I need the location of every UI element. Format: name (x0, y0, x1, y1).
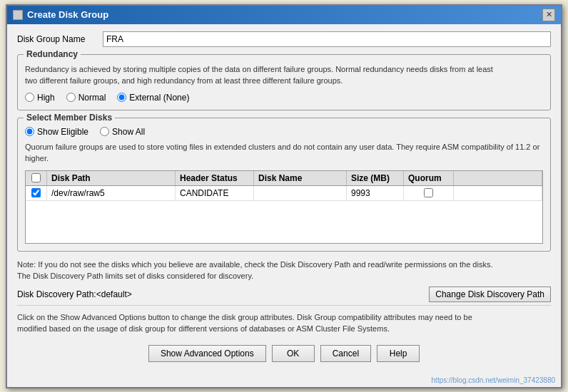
col-header-disk-name: Disk Name (254, 171, 347, 185)
change-disk-discovery-button[interactable]: Change Disk Discovery Path (429, 287, 551, 302)
create-disk-group-dialog: Create Disk Group ✕ Disk Group Name Redu… (6, 4, 562, 388)
dialog-icon (13, 10, 23, 20)
show-options-row: Show Eligible Show All (25, 127, 543, 137)
table-body: /dev/raw/raw5 CANDIDATE 9993 (26, 186, 542, 243)
col-header-size: Size (MB) (347, 171, 404, 185)
show-advanced-button[interactable]: Show Advanced Options (148, 345, 266, 362)
redundancy-group-title: Redundancy (24, 49, 81, 59)
col-header-header-status: Header Status (176, 171, 254, 185)
row-disk-name (254, 186, 347, 200)
col-header-extra (454, 171, 542, 185)
disk-discovery-note: Note: If you do not see the disks which … (17, 259, 551, 282)
col-header-checkbox (26, 171, 47, 185)
redundancy-group: Redundancy Redundancy is achieved by sto… (17, 54, 551, 110)
redundancy-content: Redundancy is achieved by storing multip… (25, 63, 543, 103)
member-disks-group-title: Select Member Disks (24, 113, 115, 123)
col-header-quorum: Quorum (404, 171, 454, 185)
row-quorum[interactable] (404, 186, 454, 200)
row-quorum-checkbox[interactable] (424, 188, 433, 197)
row-checkbox[interactable] (31, 188, 41, 197)
redundancy-high-radio[interactable] (25, 93, 34, 102)
show-eligible-option[interactable]: Show Eligible (25, 127, 88, 137)
redundancy-normal-option[interactable]: Normal (66, 93, 106, 103)
disk-discovery-section: Note: If you do not see the disks which … (17, 259, 551, 302)
row-size: 9993 (347, 186, 404, 200)
member-disks-content: Show Eligible Show All Quorum failure gr… (25, 127, 543, 244)
member-disks-group: Select Member Disks Show Eligible Show A… (17, 118, 551, 252)
redundancy-normal-radio[interactable] (66, 93, 76, 102)
redundancy-high-option[interactable]: High (25, 93, 55, 103)
show-eligible-label: Show Eligible (37, 127, 88, 137)
table-row: /dev/raw/raw5 CANDIDATE 9993 (26, 186, 542, 201)
title-bar: Create Disk Group ✕ (7, 6, 561, 24)
close-button[interactable]: ✕ (542, 9, 555, 21)
button-bar: Show Advanced Options OK Cancel Help (17, 339, 551, 369)
table-header-row: Disk Path Header Status Disk Name Size (… (26, 171, 542, 186)
row-disk-path: /dev/raw/raw5 (47, 186, 176, 200)
show-eligible-radio[interactable] (25, 127, 34, 136)
redundancy-external-label: External (None) (129, 93, 189, 103)
discovery-path-row: Disk Discovery Path:<default> Change Dis… (17, 287, 551, 302)
col-header-disk-path: Disk Path (47, 171, 176, 185)
redundancy-high-label: High (37, 93, 55, 103)
row-header-status: CANDIDATE (176, 186, 254, 200)
row-checkbox-cell[interactable] (26, 186, 47, 200)
select-all-checkbox[interactable] (31, 173, 41, 182)
row-extra (454, 186, 542, 200)
quorum-note: Quorum failure groups are used to store … (25, 141, 543, 165)
dialog-title: Create Disk Group (27, 9, 108, 20)
redundancy-description: Redundancy is achieved by storing multip… (25, 63, 543, 87)
redundancy-options: High Normal External (None) (25, 93, 543, 103)
show-all-label: Show All (112, 127, 145, 137)
cancel-button[interactable]: Cancel (320, 345, 371, 362)
ok-button[interactable]: OK (272, 345, 315, 362)
redundancy-external-option[interactable]: External (None) (117, 93, 189, 103)
disks-table: Disk Path Header Status Disk Name Size (… (25, 170, 543, 244)
disk-group-name-input[interactable] (103, 31, 551, 47)
bottom-note: Click on the Show Advanced Options butto… (17, 305, 551, 339)
watermark: https://blog.csdn.net/weimin_37423880 (7, 376, 561, 387)
disk-group-name-label: Disk Group Name (17, 34, 96, 44)
dialog-body: Disk Group Name Redundancy Redundancy is… (7, 24, 561, 376)
redundancy-normal-label: Normal (78, 93, 106, 103)
show-all-option[interactable]: Show All (100, 127, 145, 137)
help-button[interactable]: Help (377, 345, 420, 362)
title-bar-left: Create Disk Group (13, 9, 108, 20)
discovery-path-label: Disk Discovery Path:<default> (17, 289, 132, 299)
show-all-radio[interactable] (100, 127, 109, 136)
redundancy-external-radio[interactable] (117, 93, 126, 102)
disk-group-name-row: Disk Group Name (17, 31, 551, 47)
